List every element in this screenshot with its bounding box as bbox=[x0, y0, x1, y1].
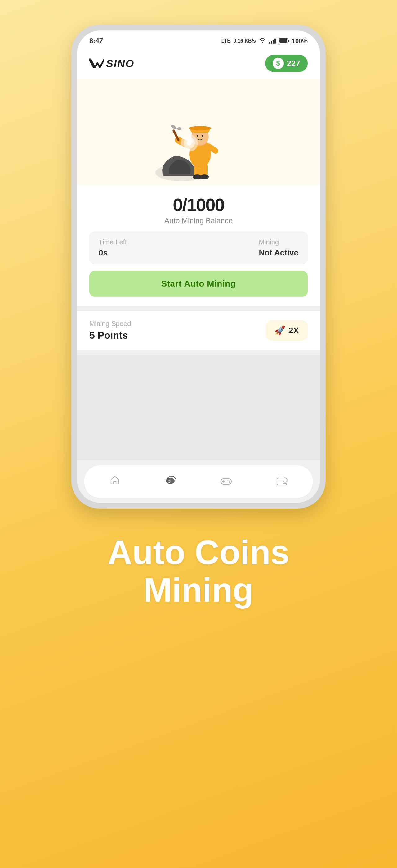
status-time: 8:47 bbox=[89, 37, 103, 45]
phone-screen: 8:47 LTE 0.16 KB/s bbox=[77, 30, 320, 503]
battery-icon bbox=[279, 38, 289, 43]
boost-badge[interactable]: 🚀 2X bbox=[266, 320, 308, 341]
speed-card: Mining Speed 5 Points 🚀 2X bbox=[77, 311, 320, 350]
nav-home[interactable] bbox=[103, 472, 126, 491]
mining-stats: 0/1000 Auto Mining Balance Time Left 0s … bbox=[77, 185, 320, 306]
app-header: SINO $ 227 bbox=[77, 49, 320, 80]
time-left-label: Time Left bbox=[99, 238, 127, 246]
speed-indicator: 0.16 KB/s bbox=[234, 38, 256, 44]
mining-label: Mining bbox=[259, 238, 298, 246]
app-logo: SINO bbox=[89, 57, 134, 69]
svg-point-13 bbox=[189, 126, 211, 130]
miner-figure bbox=[164, 95, 233, 182]
time-left-value: 0s bbox=[99, 248, 127, 258]
svg-text:₿: ₿ bbox=[168, 479, 171, 484]
logo-icon bbox=[89, 57, 104, 69]
balance-number: 0/1000 bbox=[89, 194, 308, 215]
bottom-nav: ₿ bbox=[85, 465, 312, 498]
wallet-icon bbox=[276, 475, 288, 488]
lte-icon: LTE bbox=[222, 38, 230, 44]
page-title-line1: Auto Coins bbox=[108, 533, 290, 571]
logo-text: SINO bbox=[106, 57, 134, 69]
nav-mining[interactable]: ₿ bbox=[158, 471, 183, 492]
balance-badge: $ 227 bbox=[265, 55, 308, 72]
svg-point-19 bbox=[187, 141, 192, 146]
nav-wallet[interactable] bbox=[270, 472, 294, 491]
notch bbox=[137, 37, 187, 45]
svg-point-15 bbox=[202, 135, 203, 137]
mining-status-item: Mining Not Active bbox=[259, 238, 298, 258]
speed-label: Mining Speed bbox=[89, 320, 131, 328]
boost-label: 2X bbox=[289, 326, 299, 336]
mining-info-row: Time Left 0s Mining Not Active bbox=[89, 231, 308, 265]
time-left-item: Time Left 0s bbox=[99, 238, 127, 258]
svg-point-14 bbox=[197, 135, 199, 137]
gamepad-icon bbox=[220, 475, 232, 488]
mining-illustration bbox=[77, 80, 320, 185]
battery-percent: 100% bbox=[292, 37, 308, 45]
home-icon bbox=[109, 475, 120, 488]
signal-icon bbox=[269, 38, 276, 44]
page-title: Auto Coins Mining bbox=[108, 533, 290, 609]
svg-rect-1 bbox=[279, 39, 287, 42]
phone-frame: 8:47 LTE 0.16 KB/s bbox=[71, 25, 326, 508]
bitcoin-cloud-icon: ₿ bbox=[164, 475, 176, 489]
balance-value: 227 bbox=[287, 59, 300, 68]
svg-point-29 bbox=[285, 482, 285, 483]
mining-status-value: Not Active bbox=[259, 248, 298, 258]
dollar-icon: $ bbox=[273, 58, 284, 69]
svg-point-26 bbox=[229, 482, 230, 483]
start-mining-button[interactable]: Start Auto Mining bbox=[89, 271, 308, 297]
nav-games[interactable] bbox=[214, 472, 238, 491]
speed-value: 5 Points bbox=[89, 330, 131, 341]
balance-label: Auto Mining Balance bbox=[89, 216, 308, 225]
status-bar: 8:47 LTE 0.16 KB/s bbox=[77, 30, 320, 49]
rocket-icon: 🚀 bbox=[274, 326, 285, 336]
status-icons: LTE 0.16 KB/s bbox=[222, 37, 308, 45]
svg-rect-2 bbox=[288, 40, 289, 42]
balance-display: 0/1000 Auto Mining Balance bbox=[89, 194, 308, 225]
page-title-line2: Mining bbox=[108, 571, 290, 609]
speed-info: Mining Speed 5 Points bbox=[89, 320, 131, 341]
content-area bbox=[77, 355, 320, 460]
svg-point-25 bbox=[227, 480, 229, 482]
wifi-icon bbox=[259, 37, 266, 45]
svg-point-8 bbox=[200, 175, 209, 180]
